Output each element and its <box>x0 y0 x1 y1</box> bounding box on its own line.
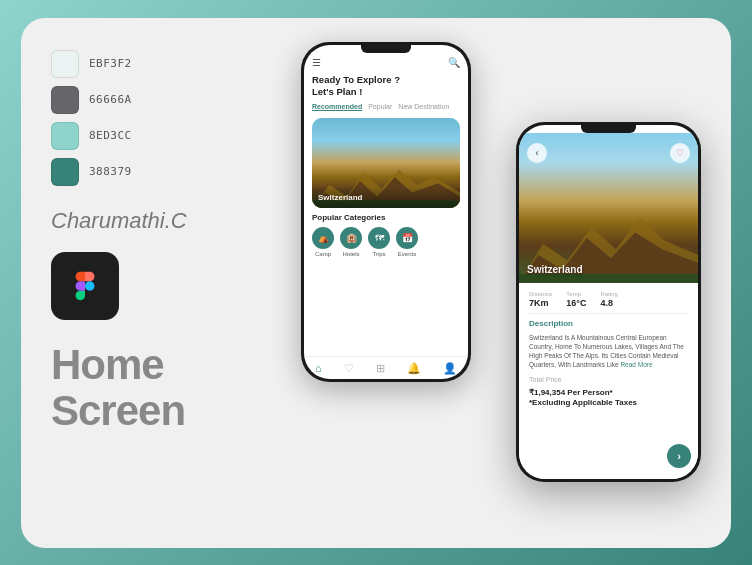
temp-value: 16°C <box>566 298 586 308</box>
author-name: Charumathi.C <box>51 208 281 234</box>
swatch-label-2: 66666A <box>89 93 132 106</box>
price-line2: *Excluding Applicable Taxes <box>529 398 688 408</box>
next-button[interactable]: › <box>667 444 691 468</box>
phone2-destination-image: ‹ ♡ Switzerland <box>519 133 698 283</box>
phone1-content: Ready To Explore ? Let's Plan ! Recommen… <box>304 70 468 356</box>
price-line1: ₹1,94,354 Per Person* <box>529 388 688 398</box>
swatch-row-4: 388379 <box>51 158 281 186</box>
phone1-greeting-line1: Ready To Explore ? <box>312 74 460 86</box>
tab-popular[interactable]: Popular <box>368 103 392 111</box>
camp-label: Camp <box>315 251 331 257</box>
phone1-greeting: Ready To Explore ? Let's Plan ! <box>312 74 460 99</box>
swatch-66666a <box>51 86 79 114</box>
hotels-label: Hotels <box>342 251 359 257</box>
figma-icon <box>63 264 107 308</box>
phone2-inner: ‹ ♡ Switzerland Distance 7Km Temp 16 <box>519 125 698 479</box>
temp-label: Temp <box>566 291 586 297</box>
events-label: Events <box>398 251 416 257</box>
hotels-icon: 🏨 <box>340 227 362 249</box>
category-trips[interactable]: 🗺 Trips <box>368 227 390 257</box>
phone1-destination-image: Switzerland <box>312 118 460 208</box>
phone2-notch <box>581 125 636 133</box>
read-more-link[interactable]: Read More <box>620 361 652 368</box>
nav-profile-icon[interactable]: 👤 <box>443 362 457 375</box>
tab-new-destination[interactable]: New Destination <box>398 103 449 111</box>
swatch-row-3: 8ED3CC <box>51 122 281 150</box>
phone1-menu-icon: ☰ <box>312 57 321 68</box>
phone1-search-icon: 🔍 <box>448 57 460 68</box>
swatch-row-1: EBF3F2 <box>51 50 281 78</box>
rating-value: 4.8 <box>600 298 617 308</box>
swatch-8ed3cc <box>51 122 79 150</box>
category-events[interactable]: 📅 Events <box>396 227 418 257</box>
phone1-topbar: ☰ 🔍 <box>304 53 468 70</box>
stat-rating: Rating 4.8 <box>600 291 617 308</box>
distance-label: Distance <box>529 291 552 297</box>
rating-label: Rating <box>600 291 617 297</box>
description-text: Switzerland Is A Mountainous Central Eur… <box>529 333 688 369</box>
phone1-notch <box>361 45 411 53</box>
phone2-place-name: Switzerland <box>527 264 583 275</box>
phone1-section-title: Popular Categories <box>312 213 460 222</box>
figma-icon-wrap <box>51 252 119 320</box>
trips-icon: 🗺 <box>368 227 390 249</box>
phone1-greeting-line2: Let's Plan ! <box>312 86 460 98</box>
category-camp[interactable]: ⛺ Camp <box>312 227 334 257</box>
swatch-388379 <box>51 158 79 186</box>
stat-distance: Distance 7Km <box>529 291 552 308</box>
events-icon: 📅 <box>396 227 418 249</box>
phones-area: ☰ 🔍 Ready To Explore ? Let's Plan ! Reco… <box>281 42 701 532</box>
price-label: Total Price <box>529 376 688 383</box>
back-button[interactable]: ‹ <box>527 143 547 163</box>
price-value: ₹1,94,354 Per Person* *Excluding Applica… <box>529 388 688 409</box>
nav-home-icon[interactable]: ⌂ <box>315 362 322 375</box>
description-title: Description <box>529 319 688 328</box>
distance-value: 7Km <box>529 298 552 308</box>
phone1-categories: ⛺ Camp 🏨 Hotels 🗺 Trips 📅 <box>312 227 460 257</box>
stat-temp: Temp 16°C <box>566 291 586 308</box>
swatch-row-2: 66666A <box>51 86 281 114</box>
camp-icon: ⛺ <box>312 227 334 249</box>
nav-grid-icon[interactable]: ⊞ <box>376 362 385 375</box>
phone2-stats: Distance 7Km Temp 16°C Rating 4.8 <box>529 291 688 314</box>
phone2: ‹ ♡ Switzerland Distance 7Km Temp 16 <box>516 122 701 482</box>
tab-recommended[interactable]: Recommended <box>312 103 362 111</box>
nav-bell-icon[interactable]: 🔔 <box>407 362 421 375</box>
swatch-label-4: 388379 <box>89 165 132 178</box>
color-palette: EBF3F2 66666A 8ED3CC 388379 <box>51 50 281 186</box>
phone1: ☰ 🔍 Ready To Explore ? Let's Plan ! Reco… <box>301 42 471 382</box>
phone1-image-overlay: Switzerland <box>312 187 460 208</box>
category-hotels[interactable]: 🏨 Hotels <box>340 227 362 257</box>
left-panel: EBF3F2 66666A 8ED3CC 388379 Charumathi.C <box>51 42 281 434</box>
trips-label: Trips <box>372 251 385 257</box>
phone1-bottom-nav: ⌂ ♡ ⊞ 🔔 👤 <box>304 356 468 379</box>
page-title: Home Screen <box>51 342 281 434</box>
swatch-label-1: EBF3F2 <box>89 57 132 70</box>
phone1-place-name: Switzerland <box>318 193 454 202</box>
phone1-inner: ☰ 🔍 Ready To Explore ? Let's Plan ! Reco… <box>304 45 468 379</box>
favorite-button[interactable]: ♡ <box>670 143 690 163</box>
swatch-label-3: 8ED3CC <box>89 129 132 142</box>
phone1-tabs: Recommended Popular New Destination <box>312 103 460 111</box>
nav-heart-icon[interactable]: ♡ <box>344 362 354 375</box>
swatch-ebf3f2 <box>51 50 79 78</box>
main-card: EBF3F2 66666A 8ED3CC 388379 Charumathi.C <box>21 18 731 548</box>
